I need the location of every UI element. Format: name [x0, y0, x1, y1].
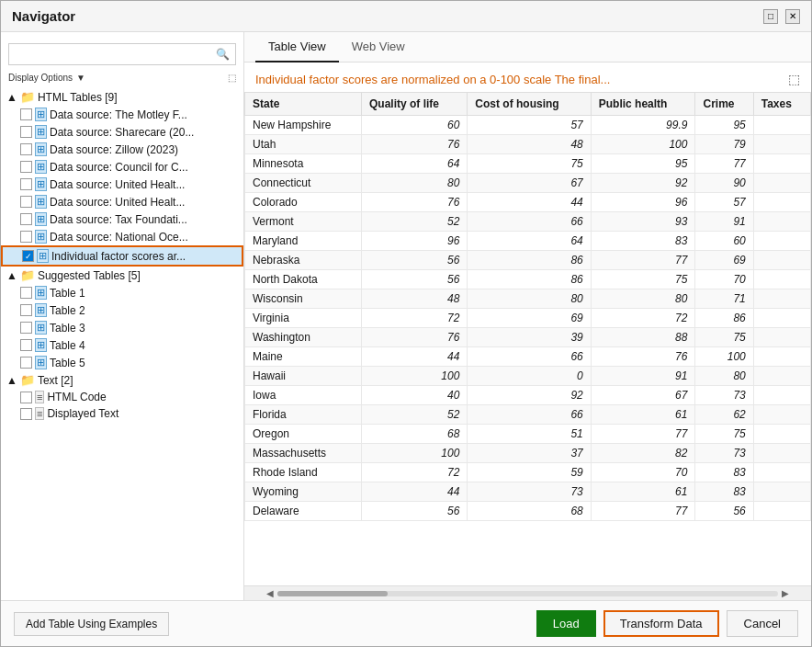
close-button[interactable]: ✕ [785, 9, 800, 24]
table-cell: 88 [591, 328, 695, 347]
table-icon: ⊞ [35, 160, 47, 174]
table-cell: 76 [361, 328, 467, 347]
table-cell: 73 [695, 444, 753, 463]
table-cell: Nebraska [245, 251, 362, 270]
checkbox[interactable] [20, 231, 32, 243]
table-cell: 95 [695, 116, 753, 135]
minimize-button[interactable]: □ [763, 9, 778, 24]
add-table-button[interactable]: Add Table Using Examples [14, 612, 169, 636]
list-item[interactable]: ⊞ Data source: The Motley F... [1, 106, 243, 123]
list-item[interactable]: ⊞ Table 1 [1, 284, 243, 301]
title-bar-controls: □ ✕ [763, 9, 800, 24]
table-cell: Virginia [245, 309, 362, 328]
tab-table-view[interactable]: Table View [255, 32, 339, 62]
list-item-selected[interactable]: ✓ ⊞ Individual factor scores ar... [1, 245, 243, 267]
checkbox[interactable] [20, 213, 32, 225]
table-cell: 100 [695, 347, 753, 367]
table-row: Utah764810079 [245, 135, 811, 154]
table-cell: 100 [361, 444, 467, 463]
display-options-row[interactable]: Display Options ▼ ⬚ [1, 71, 243, 88]
tree: ▲ 📁 HTML Tables [9] ⊞ Data source: The M… [1, 88, 243, 593]
tab-web-view[interactable]: Web View [339, 32, 418, 62]
folder-icon: 📁 [20, 268, 35, 282]
list-item[interactable]: ⊞ Data source: Sharecare (20... [1, 123, 243, 141]
folder-expand-icon: ▲ [6, 269, 17, 282]
checkbox[interactable] [20, 339, 32, 351]
list-item[interactable]: ⊞ Data source: United Healt... [1, 193, 243, 210]
group-label: Text [2] [38, 374, 73, 387]
list-item[interactable]: ⊞ Table 5 [1, 354, 243, 371]
table-row: Delaware56687756 [245, 502, 811, 521]
table-cell: Wisconsin [245, 289, 362, 309]
transform-data-button[interactable]: Transform Data [603, 610, 719, 637]
group-text[interactable]: ▲ 📁 Text [2] [1, 371, 243, 389]
scroll-left-icon[interactable]: ◀ [263, 588, 277, 598]
table-icon: ⊞ [35, 142, 47, 156]
table-icon: ⊞ [35, 230, 47, 244]
checkbox[interactable] [20, 392, 32, 403]
checkbox[interactable] [20, 304, 32, 316]
preview-header-text: Individual factor scores are normalized … [255, 73, 788, 86]
group-html-tables[interactable]: ▲ 📁 HTML Tables [9] [1, 88, 243, 106]
horizontal-scrollbar[interactable]: ◀ ▶ [244, 585, 811, 600]
scroll-right-icon[interactable]: ▶ [778, 588, 793, 598]
table-cell: 80 [361, 174, 467, 193]
text-icon: ≡ [35, 391, 44, 403]
checkbox[interactable] [20, 408, 32, 420]
table-icon: ⊞ [35, 321, 47, 335]
cancel-button[interactable]: Cancel [727, 610, 798, 637]
col-header-state: State [245, 93, 362, 116]
data-table-container[interactable]: State Quality of life Cost of housing Pu… [244, 92, 811, 585]
item-label: Data source: National Oce... [50, 231, 188, 244]
table-cell: 72 [361, 463, 467, 482]
table-row: Maine446676100 [245, 347, 811, 367]
table-icon: ⊞ [37, 249, 49, 263]
checkbox[interactable] [20, 287, 32, 299]
list-item[interactable]: ⊞ Table 4 [1, 336, 243, 354]
table-cell: 56 [361, 251, 467, 270]
search-input[interactable] [9, 44, 210, 64]
scrollbar-thumb[interactable] [277, 591, 388, 596]
table-cell: 99.9 [591, 116, 695, 135]
title-bar: Navigator □ ✕ [1, 1, 811, 32]
search-box: 🔍 [8, 43, 236, 65]
table-cell: 91 [591, 367, 695, 386]
list-item[interactable]: ⊞ Data source: National Oce... [1, 228, 243, 245]
checkbox[interactable] [20, 161, 32, 173]
checkbox-checked[interactable]: ✓ [22, 250, 34, 262]
list-item[interactable]: ⊞ Table 2 [1, 301, 243, 319]
list-item[interactable]: ≡ Displayed Text [1, 405, 243, 422]
checkbox[interactable] [20, 322, 32, 334]
text-icon: ≡ [35, 407, 44, 420]
table-cell: 95 [591, 154, 695, 174]
checkbox[interactable] [20, 196, 32, 208]
table-row: Oregon68517775 [245, 425, 811, 444]
col-header-health: Public health [591, 93, 695, 116]
load-button[interactable]: Load [536, 610, 596, 637]
table-cell: 67 [591, 386, 695, 405]
table-cell: 57 [695, 193, 753, 212]
list-item[interactable]: ⊞ Table 3 [1, 319, 243, 336]
checkbox[interactable] [20, 357, 32, 369]
item-label: Data source: Tax Foundati... [50, 213, 187, 226]
table-cell [753, 444, 810, 463]
table-cell [753, 289, 810, 309]
table-cell: 76 [361, 135, 467, 154]
table-cell [753, 405, 810, 425]
list-item[interactable]: ⊞ Data source: United Healt... [1, 176, 243, 193]
tab-bar: Table View Web View [244, 32, 811, 62]
checkbox[interactable] [20, 108, 32, 120]
checkbox[interactable] [20, 178, 32, 190]
export-icon[interactable]: ⬚ [788, 72, 800, 86]
list-item[interactable]: ⊞ Data source: Zillow (2023) [1, 141, 243, 158]
table-cell: Colorado [245, 193, 362, 212]
list-item[interactable]: ≡ HTML Code [1, 389, 243, 405]
group-suggested-tables[interactable]: ▲ 📁 Suggested Tables [5] [1, 267, 243, 284]
table-cell: 90 [695, 174, 753, 193]
list-item[interactable]: ⊞ Data source: Council for C... [1, 158, 243, 176]
checkbox[interactable] [20, 143, 32, 155]
table-cell [753, 328, 810, 347]
new-table-icon[interactable]: ⬚ [228, 73, 236, 83]
checkbox[interactable] [20, 126, 32, 138]
list-item[interactable]: ⊞ Data source: Tax Foundati... [1, 210, 243, 228]
